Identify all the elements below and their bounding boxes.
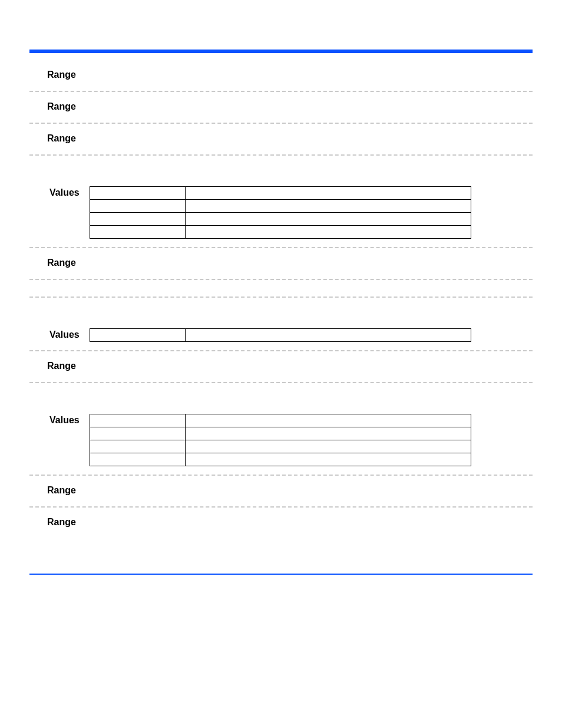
range-label: Range <box>29 101 533 112</box>
values-section: Values <box>29 315 533 350</box>
values-section: Values <box>29 401 533 475</box>
range-label: Range <box>29 485 533 496</box>
range-section: Range <box>29 351 533 382</box>
value-val <box>186 226 471 239</box>
values-table <box>90 414 471 466</box>
range-label: Range <box>29 133 533 144</box>
value-val <box>186 329 471 342</box>
table-row <box>90 440 471 453</box>
values-label: Values <box>29 414 90 426</box>
table-row <box>90 453 471 466</box>
value-key <box>90 414 186 427</box>
range-label: Range <box>29 258 533 268</box>
table-row <box>90 427 471 440</box>
table-row <box>90 226 471 239</box>
table-row <box>90 187 471 200</box>
table-row <box>90 329 471 342</box>
table-row <box>90 213 471 226</box>
table-row <box>90 200 471 213</box>
value-key <box>90 329 186 342</box>
value-val <box>186 200 471 213</box>
range-section: Range <box>29 476 533 506</box>
value-val <box>186 453 471 466</box>
value-key <box>90 226 186 239</box>
value-key <box>90 440 186 453</box>
values-table <box>90 186 471 239</box>
range-section: Range <box>29 508 533 538</box>
range-label: Range <box>29 517 533 528</box>
top-rule <box>29 50 533 53</box>
value-val <box>186 427 471 440</box>
range-section: Range <box>29 60 533 91</box>
values-section: Values <box>29 173 533 247</box>
section-divider <box>29 279 533 280</box>
range-section: Range <box>29 124 533 154</box>
range-section: Range <box>29 92 533 123</box>
value-val <box>186 414 471 427</box>
value-key <box>90 213 186 226</box>
value-val <box>186 440 471 453</box>
range-section: Range <box>29 248 533 279</box>
values-label: Values <box>29 186 90 198</box>
range-label: Range <box>29 361 533 371</box>
bottom-rule <box>29 574 533 575</box>
values-label: Values <box>29 328 90 340</box>
value-val <box>186 213 471 226</box>
range-label: Range <box>29 70 533 80</box>
value-val <box>186 187 471 200</box>
value-key <box>90 427 186 440</box>
value-key <box>90 187 186 200</box>
value-key <box>90 453 186 466</box>
table-row <box>90 414 471 427</box>
values-table <box>90 328 471 342</box>
value-key <box>90 200 186 213</box>
